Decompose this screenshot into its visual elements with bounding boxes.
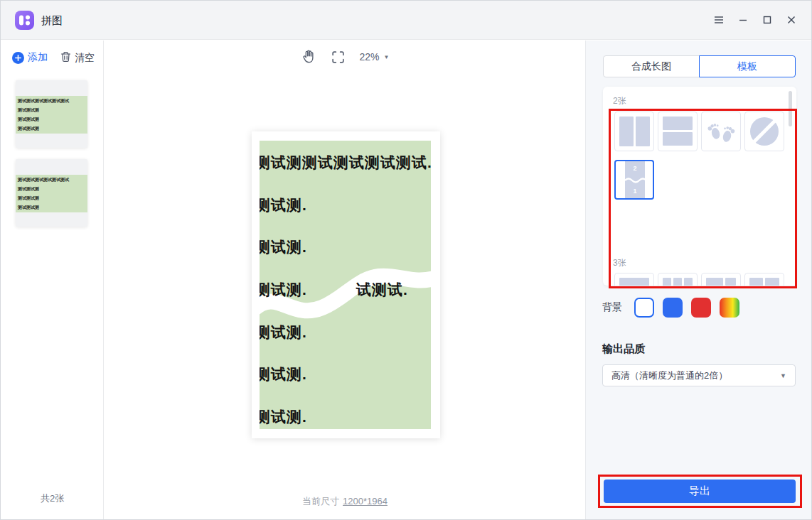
thumb-text-line: 测试测试测 xyxy=(18,117,39,123)
titlebar: 拼图 xyxy=(1,1,811,40)
template-scrollbar[interactable] xyxy=(789,91,792,126)
template-slot-number: 2 xyxy=(625,165,645,172)
template-slot-number: 1 xyxy=(625,188,645,195)
thumbnail-image-1[interactable]: 测试测试测试测试测试测试 测试测试测 测试测试测 测试测试测 xyxy=(16,80,87,148)
preview-text-line: 测试测测试测试测试测试. xyxy=(260,153,431,173)
bg-color-red[interactable] xyxy=(691,298,711,318)
thumb-text-line: 测试测试测 xyxy=(18,107,39,114)
app-title: 拼图 xyxy=(41,14,63,28)
hand-icon xyxy=(301,49,316,65)
hamburger-icon xyxy=(713,14,725,26)
image-count-label: 共2张 xyxy=(1,492,104,505)
circle-split-icon xyxy=(745,112,784,151)
background-label: 背景 xyxy=(602,301,622,314)
bg-color-white-selected[interactable] xyxy=(634,298,654,318)
fit-screen-icon xyxy=(331,50,346,65)
menu-button[interactable] xyxy=(709,10,729,30)
fit-view-button[interactable] xyxy=(331,50,346,65)
chevron-down-icon: ▼ xyxy=(780,372,786,379)
thumb-text-line: 测试测试测试测试测试测试 xyxy=(18,98,69,104)
preview-text-line: 测试测. xyxy=(260,280,307,300)
preview-text-fragment: 试测试. xyxy=(356,280,408,300)
background-color-row: 背景 xyxy=(602,298,748,318)
maximize-button[interactable] xyxy=(757,10,777,30)
footprints-icon xyxy=(702,112,740,151)
app-window: 拼图 添加 xyxy=(0,0,812,520)
template-2-wavy-selected[interactable]: 2 1 xyxy=(614,160,654,200)
thumb-text-line: 测试测试测 xyxy=(18,195,39,202)
thumb-text-line: 测试测试测试测试测试测试 xyxy=(18,177,69,183)
mini-wave-icon xyxy=(625,175,645,185)
zoom-level-value: 22% xyxy=(360,51,380,63)
settings-panel: 合成长图 模板 2张 xyxy=(585,40,812,520)
add-label: 添加 xyxy=(28,51,48,64)
preview-text-line: 测试测. xyxy=(260,237,307,257)
thumb-text-line: 测试测试测 xyxy=(18,126,39,132)
minimize-button[interactable] xyxy=(733,10,753,30)
maximize-icon xyxy=(762,14,773,26)
size-label: 当前尺寸 xyxy=(302,496,339,507)
template-2-vertical-split[interactable] xyxy=(614,112,654,151)
thumbnail-2-content: 测试测试测试测试测试测试 测试测试测 测试测试测 测试测试测 xyxy=(16,175,87,212)
template-2-horizontal-split[interactable] xyxy=(658,112,698,151)
quality-heading: 输出品质 xyxy=(602,342,645,356)
template-2-circle-diagonal[interactable] xyxy=(744,112,784,151)
canvas-toolbar: 22% ▼ xyxy=(105,49,585,65)
plus-icon xyxy=(12,52,24,64)
thumb-text-line: 测试测试测 xyxy=(18,205,39,211)
pan-tool-button[interactable] xyxy=(301,49,316,65)
close-button[interactable] xyxy=(781,10,801,30)
minimize-icon xyxy=(737,14,749,26)
clear-label: 清空 xyxy=(75,52,95,65)
canvas-area: 22% ▼ 测试测测试测试测试测试. 测试测. 测试测. 测试测. 测试测. 测… xyxy=(105,40,585,520)
app-logo-icon xyxy=(15,11,34,30)
chevron-down-icon: ▼ xyxy=(384,54,390,60)
thumb-text-line: 测试测试测 xyxy=(18,186,39,193)
size-value-link[interactable]: 1200*1964 xyxy=(343,496,388,507)
clear-all-button[interactable]: 清空 xyxy=(60,51,95,65)
template-3-mixed-top[interactable] xyxy=(701,273,741,286)
zoom-level-dropdown[interactable]: 22% ▼ xyxy=(360,51,390,63)
tab-template[interactable]: 模板 xyxy=(699,55,796,77)
export-button[interactable]: 导出 xyxy=(604,480,796,503)
close-icon xyxy=(786,14,797,26)
mode-tabs: 合成长图 模板 xyxy=(603,55,796,77)
bg-color-blue[interactable] xyxy=(663,298,683,318)
preview-text-line: 测试测. xyxy=(260,323,307,342)
add-image-button[interactable]: 添加 xyxy=(12,51,48,64)
bg-color-rainbow[interactable] xyxy=(720,298,739,318)
template-3-mixed-side[interactable] xyxy=(744,273,784,286)
template-3-columns[interactable] xyxy=(658,273,698,286)
thumbnail-image-2[interactable]: 测试测试测试测试测试测试 测试测试测 测试测试测 测试测试测 xyxy=(16,159,87,227)
trash-icon xyxy=(60,51,71,65)
quality-dropdown[interactable]: 高清（清晰度为普通的2倍） ▼ xyxy=(602,364,796,386)
group-label-2: 2张 xyxy=(613,95,626,107)
preview-text-line: 测试测. xyxy=(260,364,307,384)
preview-text-line: 测试测. xyxy=(260,195,307,215)
selected-template-strip: 2 1 xyxy=(625,161,645,198)
template-2-footprints[interactable] xyxy=(701,112,741,151)
preview-text-line: 测试测. xyxy=(260,407,307,427)
collage-preview[interactable]: 测试测测试测试测试测试. 测试测. 测试测. 测试测. 测试测. 测试测. 测试… xyxy=(252,131,440,438)
tab-long-image[interactable]: 合成长图 xyxy=(603,55,700,77)
window-controls xyxy=(709,10,801,30)
template-list: 2张 xyxy=(603,87,796,286)
image-list-sidebar: 添加 清空 测试测试测试测试测试测试 测试测试测 测试测试测 测试测试测 测试测… xyxy=(1,40,104,520)
template-3-rows[interactable] xyxy=(614,273,654,286)
quality-value: 高清（清晰度为普通的2倍） xyxy=(611,369,727,382)
thumbnail-1-content: 测试测试测试测试测试测试 测试测试测 测试测试测 测试测试测 xyxy=(16,96,87,134)
group-label-3: 3张 xyxy=(613,257,626,269)
canvas-statusbar: 当前尺寸1200*1964 xyxy=(105,495,585,508)
preview-image-area: 测试测测试测试测试测试. 测试测. 测试测. 测试测. 测试测. 测试测. 测试… xyxy=(260,141,431,429)
